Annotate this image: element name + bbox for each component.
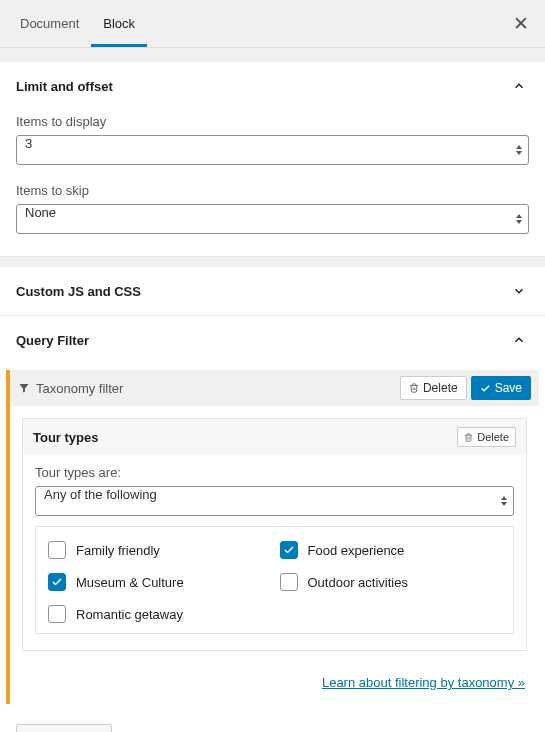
tour-type-option[interactable]: Museum & Culture — [48, 573, 270, 591]
checkbox[interactable] — [48, 573, 66, 591]
delete-filter-button[interactable]: Delete — [400, 376, 467, 400]
add-filter-button[interactable]: + Add a filter — [16, 724, 112, 732]
chevron-up-icon — [509, 76, 529, 96]
checkbox-label: Museum & Culture — [76, 575, 184, 590]
taxonomy-filter-card: Taxonomy filter Delete Save Tour types D… — [6, 370, 539, 704]
checkbox[interactable] — [48, 605, 66, 623]
tour-types-condition-select[interactable]: Any of the following — [35, 486, 514, 516]
filter-card-title: Taxonomy filter — [18, 381, 123, 396]
filter-icon — [18, 382, 30, 394]
panel-custom-js-css: Custom JS and CSS — [0, 257, 545, 316]
tour-types-header: Tour types Delete — [23, 419, 526, 455]
items-to-skip-select-wrap: None — [16, 204, 529, 234]
panel-title: Limit and offset — [16, 79, 113, 94]
items-to-display-label: Items to display — [16, 114, 529, 129]
panel-custom-js-css-header[interactable]: Custom JS and CSS — [0, 267, 545, 315]
checkbox[interactable] — [280, 573, 298, 591]
trash-icon — [409, 383, 419, 393]
chevron-down-icon — [509, 281, 529, 301]
items-to-skip-label: Items to skip — [16, 183, 529, 198]
delete-label: Delete — [423, 381, 458, 395]
delete-label: Delete — [477, 431, 509, 443]
items-to-skip-select[interactable]: None — [16, 204, 529, 234]
save-label: Save — [495, 381, 522, 395]
tour-types-options: Family friendlyFood experienceMuseum & C… — [35, 526, 514, 634]
tour-types-box: Tour types Delete Tour types are: Any of… — [22, 418, 527, 651]
tour-type-option[interactable]: Food experience — [280, 541, 502, 559]
checkbox[interactable] — [48, 541, 66, 559]
check-icon — [480, 383, 491, 394]
tab-document[interactable]: Document — [8, 0, 91, 47]
tour-type-option[interactable]: Family friendly — [48, 541, 270, 559]
checkbox-label: Food experience — [308, 543, 405, 558]
tour-types-are-label: Tour types are: — [35, 465, 514, 480]
checkbox-label: Outdoor activities — [308, 575, 408, 590]
panel-title: Query Filter — [16, 333, 89, 348]
chevron-up-icon — [509, 330, 529, 350]
trash-icon — [464, 433, 473, 442]
learn-taxonomy-link[interactable]: Learn about filtering by taxonomy » — [10, 663, 539, 704]
filter-title-text: Taxonomy filter — [36, 381, 123, 396]
tab-block[interactable]: Block — [91, 0, 147, 47]
panel-query-filter: Query Filter Taxonomy filter Delete Save — [0, 316, 545, 732]
filter-card-header: Taxonomy filter Delete Save — [10, 370, 539, 406]
panel-limit-offset-header[interactable]: Limit and offset — [0, 62, 545, 110]
inspector-header: Document Block ✕ — [0, 0, 545, 48]
panel-limit-offset: Limit and offset Items to display 3 Item… — [0, 48, 545, 257]
tour-types-title: Tour types — [33, 430, 99, 445]
checkbox-label: Family friendly — [76, 543, 160, 558]
checkbox-label: Romantic getaway — [76, 607, 183, 622]
tour-type-option[interactable]: Romantic getaway — [48, 605, 270, 623]
save-filter-button[interactable]: Save — [471, 376, 531, 400]
panel-title: Custom JS and CSS — [16, 284, 141, 299]
delete-tour-types-button[interactable]: Delete — [457, 427, 516, 447]
items-to-display-select[interactable]: 3 — [16, 135, 529, 165]
tour-type-option[interactable]: Outdoor activities — [280, 573, 502, 591]
close-icon[interactable]: ✕ — [505, 4, 537, 43]
items-to-display-select-wrap: 3 — [16, 135, 529, 165]
checkbox[interactable] — [280, 541, 298, 559]
panel-query-filter-header[interactable]: Query Filter — [0, 316, 545, 364]
